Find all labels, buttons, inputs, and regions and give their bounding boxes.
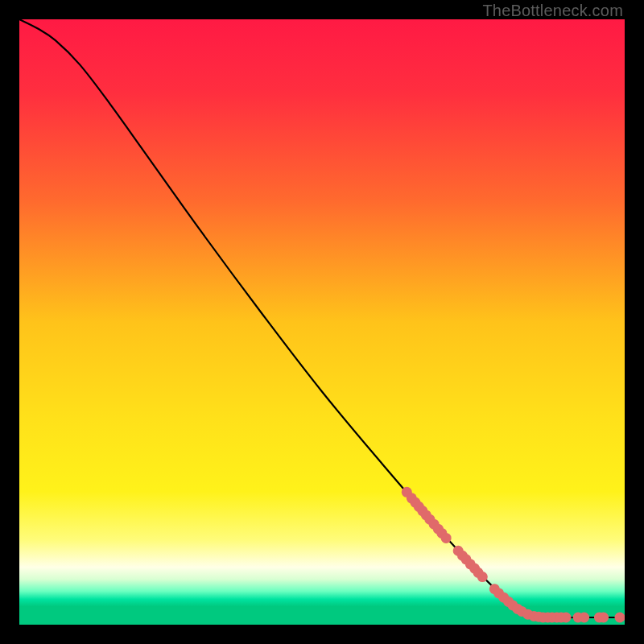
chart-background: [19, 19, 625, 625]
data-point: [561, 612, 572, 622]
data-point: [477, 572, 488, 582]
data-point: [579, 612, 589, 622]
data-point: [598, 612, 609, 622]
data-point: [441, 533, 452, 543]
chart-svg: [19, 19, 625, 625]
watermark-text: TheBottleneck.com: [482, 2, 623, 20]
data-point: [614, 612, 625, 622]
chart-frame: [19, 19, 625, 625]
